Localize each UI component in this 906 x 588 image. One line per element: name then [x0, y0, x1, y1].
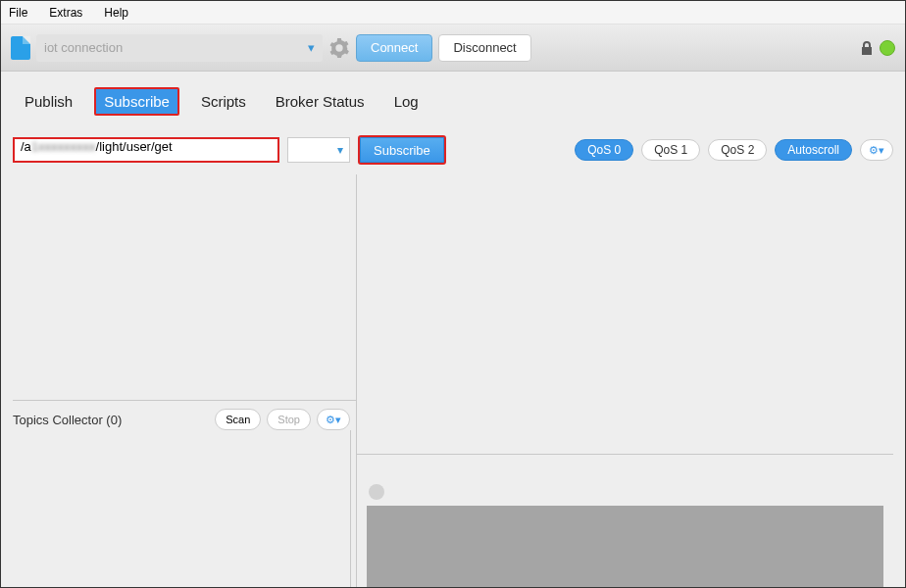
- connect-button[interactable]: Connect: [356, 34, 432, 62]
- tab-bar: Publish Subscribe Scripts Broker Status …: [13, 87, 893, 116]
- loading-indicator: [369, 484, 384, 500]
- qos1-chip[interactable]: QoS 1: [641, 139, 700, 161]
- topic-input-container: /a1xxxxxxxxx/light/user/get: [13, 137, 279, 163]
- menu-file[interactable]: File: [9, 6, 27, 20]
- topics-collector-title: Topics Collector (0): [13, 413, 209, 427]
- connection-select[interactable]: iot connection ▾: [36, 34, 323, 62]
- right-panel: [356, 174, 893, 587]
- qos0-chip[interactable]: QoS 0: [575, 139, 633, 161]
- toolbar: iot connection ▾ Connect Disconnect: [1, 24, 905, 72]
- disconnect-button[interactable]: Disconnect: [438, 34, 530, 62]
- message-payload-box: [367, 506, 883, 588]
- topics-collector: Topics Collector (0) Scan Stop ⚙▾: [13, 400, 356, 587]
- scan-button[interactable]: Scan: [215, 409, 261, 430]
- tab-broker-status[interactable]: Broker Status: [268, 89, 373, 114]
- qos2-chip[interactable]: QoS 2: [708, 139, 767, 161]
- settings-chip[interactable]: ⚙▾: [860, 139, 893, 161]
- left-panel: Topics Collector (0) Scan Stop ⚙▾: [13, 174, 356, 587]
- panels: Topics Collector (0) Scan Stop ⚙▾: [13, 174, 893, 587]
- tab-log[interactable]: Log: [386, 89, 427, 114]
- stop-button[interactable]: Stop: [267, 409, 311, 430]
- autoscroll-chip[interactable]: Autoscroll: [775, 139, 852, 161]
- connection-label: iot connection: [44, 40, 123, 55]
- topics-collector-body: [13, 430, 351, 587]
- message-detail-panel: [357, 455, 893, 587]
- tab-scripts[interactable]: Scripts: [193, 89, 254, 114]
- topic-input[interactable]: /a1xxxxxxxxx/light/user/get: [15, 139, 277, 161]
- qos-dropdown[interactable]: ▾: [287, 137, 350, 163]
- subscriptions-list: [13, 174, 356, 400]
- content-area: Publish Subscribe Scripts Broker Status …: [1, 72, 905, 587]
- subscribe-row: /a1xxxxxxxxx/light/user/get ▾ Subscribe …: [13, 135, 893, 165]
- topics-settings-button[interactable]: ⚙▾: [317, 409, 350, 430]
- lock-icon: [860, 40, 874, 56]
- status-connected-indicator: [880, 40, 895, 56]
- menu-help[interactable]: Help: [104, 6, 128, 20]
- menu-bar: File Extras Help: [1, 1, 905, 24]
- gear-small-icon: ⚙▾: [869, 144, 884, 157]
- subscribe-button[interactable]: Subscribe: [358, 135, 446, 165]
- messages-list: [357, 174, 893, 448]
- chevron-down-icon: ▾: [308, 40, 315, 55]
- file-icon[interactable]: [11, 36, 30, 60]
- tab-publish[interactable]: Publish: [17, 89, 80, 114]
- chevron-down-icon: ▾: [337, 143, 343, 157]
- gear-icon[interactable]: [328, 37, 350, 59]
- tab-subscribe[interactable]: Subscribe: [94, 87, 179, 116]
- menu-extras[interactable]: Extras: [49, 6, 82, 20]
